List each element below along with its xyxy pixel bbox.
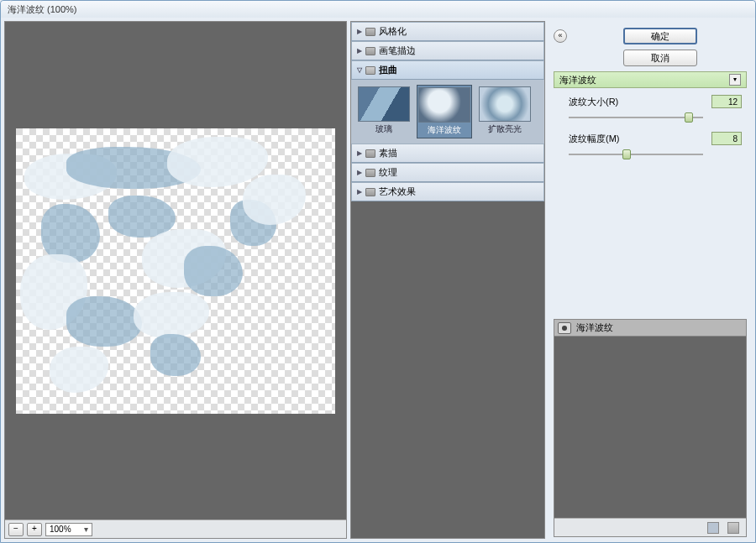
preview-area[interactable]	[5, 22, 346, 520]
slider-track	[569, 154, 703, 155]
ripple-magnitude-input[interactable]	[711, 132, 742, 145]
current-filter-name: 海洋波纹	[559, 74, 596, 86]
ok-button[interactable]: 确定	[623, 28, 697, 44]
chevron-right-icon: ▶	[357, 47, 362, 55]
category-label: 画笔描边	[379, 44, 416, 57]
chevron-right-icon: ▶	[357, 28, 362, 35]
category-stylize[interactable]: ▶ 风格化	[351, 22, 544, 41]
filter-label: 海洋波纹	[428, 124, 461, 136]
layer-row[interactable]: 海洋波纹	[554, 320, 746, 337]
content: − + 100% ▾ ▶ 风格化 ▶ 画笔描边	[1, 18, 755, 542]
chevron-right-icon: ▶	[357, 149, 362, 157]
ripple-size-slider[interactable]	[569, 112, 703, 123]
chevron-down-icon: ▾	[729, 74, 741, 86]
ripple-magnitude-slider[interactable]	[569, 149, 703, 160]
category-label: 纹理	[379, 166, 397, 179]
category-brush[interactable]: ▶ 画笔描边	[351, 41, 544, 60]
chevron-down-icon: ▽	[357, 66, 362, 74]
ripple-size-input[interactable]	[711, 95, 742, 108]
distort-thumbnails: 玻璃 海洋波纹 扩散亮光	[351, 80, 544, 144]
folder-icon	[365, 169, 375, 177]
zoom-out-button[interactable]: −	[8, 523, 24, 536]
filter-label: 玻璃	[375, 123, 392, 135]
folder-icon	[365, 188, 375, 196]
chevron-right-icon: ▶	[357, 188, 362, 196]
param-ripple-magnitude: 波纹幅度(M)	[554, 125, 747, 162]
param-label: 波纹幅度(M)	[569, 133, 620, 145]
window-title: 海洋波纹 (100%)	[8, 4, 77, 14]
button-column: 确定 取消	[574, 28, 747, 66]
visibility-toggle-icon[interactable]	[558, 322, 571, 334]
filter-diffuse-glow[interactable]: 扩散亮光	[477, 85, 533, 138]
category-artistic[interactable]: ▶ 艺术效果	[351, 182, 544, 201]
preview-canvas	[16, 128, 335, 414]
top-row: « 确定 取消	[554, 23, 747, 66]
zoom-field[interactable]: 100% ▾	[45, 523, 92, 536]
zoom-in-button[interactable]: +	[27, 523, 42, 536]
slider-thumb[interactable]	[622, 149, 631, 159]
layer-name: 海洋波纹	[576, 321, 613, 334]
effect-layers-panel: 海洋波纹	[554, 319, 747, 537]
folder-icon	[365, 47, 375, 55]
folder-icon	[365, 149, 375, 158]
category-label: 风格化	[379, 25, 407, 38]
new-effect-layer-icon[interactable]	[707, 522, 719, 534]
preview-panel: − + 100% ▾	[4, 21, 347, 539]
param-ripple-size: 波纹大小(R)	[554, 88, 747, 125]
category-sketch[interactable]: ▶ 素描	[351, 144, 544, 163]
layers-footer	[554, 518, 746, 536]
filter-settings: 海洋波纹 ▾ 波纹大小(R) 波纹幅度(M)	[554, 71, 747, 162]
filter-glass[interactable]: 玻璃	[356, 85, 412, 138]
chevron-down-icon: ▾	[84, 525, 88, 534]
slider-thumb[interactable]	[685, 112, 693, 123]
delete-effect-layer-icon[interactable]	[727, 522, 739, 534]
filter-name-dropdown[interactable]: 海洋波纹 ▾	[554, 71, 747, 88]
filter-ocean-ripple[interactable]: 海洋波纹	[417, 85, 472, 138]
filter-thumbnail	[358, 86, 410, 122]
folder-icon	[365, 28, 375, 36]
param-label: 波纹大小(R)	[569, 96, 618, 108]
chevron-right-icon: ▶	[357, 169, 362, 176]
filter-label: 扩散亮光	[488, 123, 522, 135]
preview-footer: − + 100% ▾	[5, 520, 346, 538]
filter-thumbnail	[418, 87, 470, 123]
category-label: 素描	[379, 147, 397, 159]
cancel-button[interactable]: 取消	[623, 50, 697, 66]
zoom-value: 100%	[50, 525, 71, 534]
category-distort[interactable]: ▽ 扭曲	[351, 60, 544, 80]
slider-track	[569, 117, 703, 118]
filter-categories-panel: ▶ 风格化 ▶ 画笔描边 ▽ 扭曲 玻璃	[350, 21, 545, 539]
category-label: 扭曲	[379, 64, 397, 76]
folder-open-icon	[365, 66, 375, 75]
collapse-button[interactable]: «	[554, 29, 567, 43]
settings-panel: « 确定 取消 海洋波纹 ▾ 波纹大小(R)	[549, 21, 752, 539]
category-texture[interactable]: ▶ 纹理	[351, 163, 544, 182]
category-label: 艺术效果	[379, 185, 416, 198]
filter-gallery-window: 海洋波纹 (100%)	[0, 0, 756, 543]
filter-thumbnail	[479, 86, 531, 122]
filter-tree[interactable]: ▶ 风格化 ▶ 画笔描边 ▽ 扭曲 玻璃	[350, 21, 545, 539]
titlebar: 海洋波纹 (100%)	[1, 1, 755, 18]
